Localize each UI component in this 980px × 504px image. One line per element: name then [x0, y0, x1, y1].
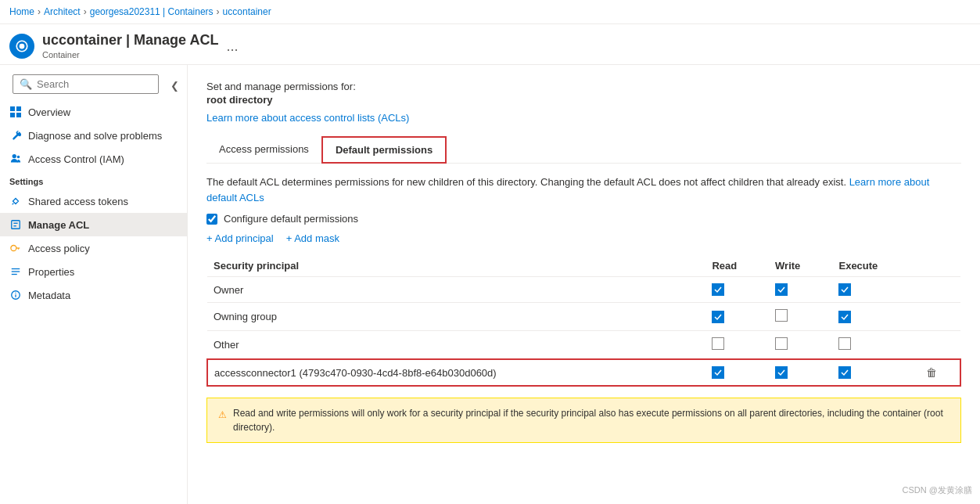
- checkbox-execute-empty[interactable]: [838, 337, 851, 350]
- row-write[interactable]: [769, 331, 832, 360]
- row-read[interactable]: [705, 359, 769, 386]
- add-mask-button[interactable]: + Add mask: [286, 232, 339, 244]
- row-read[interactable]: [705, 277, 769, 303]
- col-actions: [920, 255, 960, 277]
- col-execute: Execute: [832, 255, 919, 277]
- col-principal: Security principal: [207, 255, 705, 277]
- sidebar-item-manage-acl[interactable]: Manage ACL: [0, 213, 187, 236]
- action-buttons: + Add principal + Add mask: [206, 232, 961, 244]
- sidebar-item-shared-label: Shared access tokens: [28, 196, 128, 207]
- sidebar-item-iam-label: Access Control (IAM): [28, 153, 124, 165]
- search-box: 🔍: [13, 74, 159, 94]
- container-icon: [9, 34, 34, 59]
- search-icon: 🔍: [20, 78, 32, 90]
- breadcrumb-architect[interactable]: Architect: [44, 6, 81, 17]
- breadcrumb-container[interactable]: uccontainer: [223, 6, 271, 17]
- sidebar-item-properties[interactable]: Properties: [0, 260, 187, 283]
- row-delete[interactable]: 🗑: [920, 359, 960, 386]
- breadcrumb: Home › Architect › georgesa202311 | Cont…: [0, 0, 980, 24]
- row-read[interactable]: [705, 331, 769, 360]
- configure-label: Configure default permissions: [224, 213, 358, 225]
- row-write[interactable]: [769, 303, 832, 331]
- col-read: Read: [705, 255, 769, 277]
- svg-point-6: [17, 156, 20, 159]
- settings-section-label: Settings: [0, 171, 187, 189]
- warning-icon: ⚠: [218, 408, 227, 422]
- configure-checkbox-row: Configure default permissions: [206, 213, 961, 225]
- directory-name: root directory: [206, 94, 273, 106]
- people-icon: [9, 153, 22, 165]
- table-row: Other: [207, 331, 960, 360]
- sidebar-item-iam[interactable]: Access Control (IAM): [0, 147, 187, 171]
- row-principal: Owning group: [207, 303, 705, 331]
- sidebar-item-diagnose-label: Diagnose and solve problems: [28, 130, 162, 142]
- checkbox-read-checked[interactable]: [712, 311, 724, 323]
- checkbox-execute-checked[interactable]: [838, 311, 851, 323]
- checkbox-write-checked[interactable]: [775, 283, 788, 296]
- svg-point-18: [15, 293, 16, 293]
- bars-icon: [9, 265, 22, 278]
- sidebar-item-access-policy[interactable]: Access policy: [0, 236, 187, 260]
- sidebar-item-properties-label: Properties: [28, 266, 74, 278]
- configure-checkbox[interactable]: [206, 214, 217, 225]
- checkbox-execute-checked[interactable]: [838, 366, 851, 379]
- row-execute[interactable]: [832, 277, 919, 303]
- svg-point-10: [11, 246, 16, 251]
- sidebar-item-diagnose[interactable]: Diagnose and solve problems: [0, 124, 187, 147]
- learn-acl-link[interactable]: Learn more about access control lists (A…: [206, 112, 409, 124]
- acl-description: The default ACL determines permissions f…: [206, 175, 961, 205]
- breadcrumb-home[interactable]: Home: [9, 6, 34, 17]
- row-principal: Other: [207, 331, 705, 360]
- svg-rect-3: [10, 113, 15, 117]
- tabs-bar: Access permissions Default permissions: [206, 136, 961, 164]
- checkbox-write-empty[interactable]: [775, 337, 788, 350]
- checkbox-execute-checked[interactable]: [838, 283, 851, 296]
- checkbox-read-checked[interactable]: [712, 283, 724, 296]
- delete-row-icon[interactable]: 🗑: [926, 366, 937, 379]
- table-row: Owning group: [207, 303, 960, 331]
- acl-table: Security principal Read Write Execute Ow…: [206, 255, 961, 387]
- sidebar-item-metadata[interactable]: Metadata: [0, 283, 187, 307]
- page-header: uccontainer | Manage ACL Container ...: [0, 24, 980, 65]
- table-row-highlighted: accessconnector1 (4793c470-0930-4cd4-8bf…: [207, 359, 960, 386]
- row-execute[interactable]: [832, 331, 919, 360]
- link-icon: [9, 195, 22, 207]
- tab-access-permissions[interactable]: Access permissions: [206, 136, 321, 164]
- warning-text: Read and write permissions will only wor…: [233, 406, 949, 434]
- acl-icon: [9, 218, 22, 231]
- checkbox-write-empty[interactable]: [775, 309, 788, 322]
- collapse-button[interactable]: ❮: [165, 77, 184, 95]
- sidebar-item-metadata-label: Metadata: [28, 290, 70, 301]
- main-layout: 🔍 ❮ Overview Diagnose and solve problems…: [0, 65, 980, 504]
- tab-default-permissions[interactable]: Default permissions: [321, 136, 447, 164]
- sidebar-item-shared-access[interactable]: Shared access tokens: [0, 189, 187, 213]
- warning-box: ⚠ Read and write permissions will only w…: [206, 398, 961, 443]
- more-options-button[interactable]: ...: [226, 39, 238, 53]
- row-principal: accessconnector1 (4793c470-0930-4cd4-8bf…: [207, 359, 705, 386]
- checkbox-write-checked[interactable]: [775, 366, 788, 379]
- row-execute[interactable]: [832, 359, 919, 386]
- sidebar-item-policy-label: Access policy: [28, 243, 90, 254]
- row-read[interactable]: [705, 303, 769, 331]
- checkbox-read-checked[interactable]: [712, 366, 724, 379]
- table-row: Owner: [207, 277, 960, 303]
- svg-rect-4: [16, 113, 21, 117]
- watermark: CSDN @发黄涂膳: [903, 484, 972, 496]
- svg-rect-2: [16, 106, 21, 111]
- svg-rect-7: [12, 221, 20, 229]
- sidebar: 🔍 ❮ Overview Diagnose and solve problems…: [0, 65, 188, 504]
- search-input[interactable]: [37, 78, 152, 90]
- row-write[interactable]: [769, 277, 832, 303]
- sidebar-item-acl-label: Manage ACL: [28, 219, 89, 231]
- row-write[interactable]: [769, 359, 832, 386]
- grid-icon: [9, 106, 22, 118]
- svg-rect-1: [10, 106, 15, 111]
- row-execute[interactable]: [832, 303, 919, 331]
- main-content: Set and manage permissions for: root dir…: [188, 65, 980, 504]
- page-title: uccontainer | Manage ACL: [42, 32, 218, 48]
- info-icon: [9, 289, 22, 301]
- sidebar-item-overview[interactable]: Overview: [0, 100, 187, 124]
- checkbox-read-empty[interactable]: [712, 337, 724, 350]
- breadcrumb-containers[interactable]: georgesa202311 | Containers: [90, 6, 214, 17]
- add-principal-button[interactable]: + Add principal: [206, 232, 274, 244]
